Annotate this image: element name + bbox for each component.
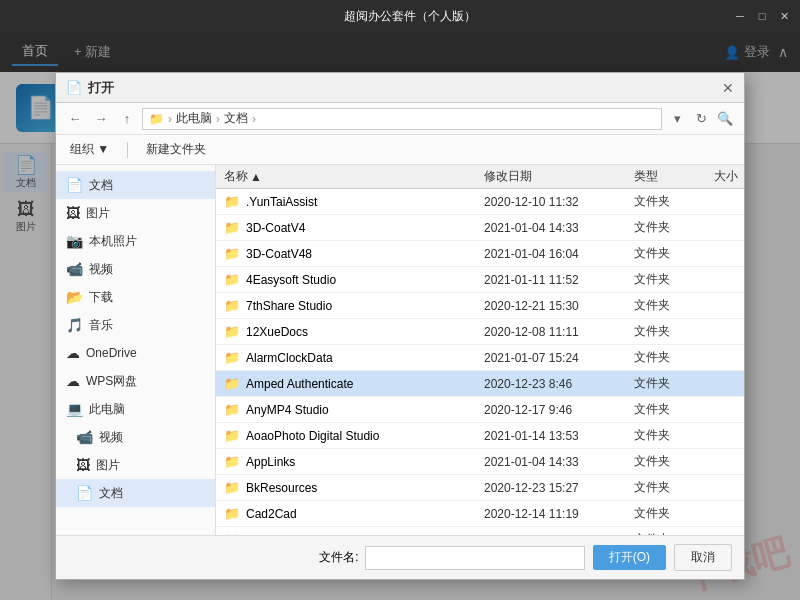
docs-icon: 📄 (66, 177, 83, 193)
panel-item-docs2[interactable]: 📄 文档 (56, 479, 215, 507)
file-list-body: 📁.YunTaiAssist2020-12-10 11:32文件夹📁3D-Coa… (216, 189, 744, 535)
table-row[interactable]: 📁3D-CoatV482021-01-04 16:04文件夹 (216, 241, 744, 267)
open-button[interactable]: 打开(O) (593, 545, 666, 570)
table-row[interactable]: 📁AoaoPhoto Digital Studio2021-01-14 13:5… (216, 423, 744, 449)
panel-item-pictures[interactable]: 🖼 图片 (56, 199, 215, 227)
col-name[interactable]: 名称 ▲ (216, 168, 476, 185)
computer-icon: 💻 (66, 401, 83, 417)
panel-item-wpsdisk[interactable]: ☁ WPS网盘 (56, 367, 215, 395)
breadcrumb-sep3: › (252, 112, 256, 126)
file-type: 文件夹 (626, 349, 706, 366)
table-row[interactable]: 📁3D-CoatV42021-01-04 14:33文件夹 (216, 215, 744, 241)
table-row[interactable]: 📁AlarmClockData2021-01-07 15:24文件夹 (216, 345, 744, 371)
refresh-button[interactable]: ↻ (690, 108, 712, 130)
cancel-button[interactable]: 取消 (674, 544, 732, 571)
file-name: AnyMP4 Studio (246, 403, 329, 417)
breadcrumb-documents[interactable]: 文档 (224, 110, 248, 127)
folder-icon: 📁 (224, 480, 240, 495)
panel-label-wpsdisk: WPS网盘 (86, 373, 137, 390)
file-name-input[interactable] (365, 546, 585, 570)
table-row[interactable]: 📁AnyMP4 Studio2020-12-17 9:46文件夹 (216, 397, 744, 423)
panel-item-video2[interactable]: 📹 视频 (56, 423, 215, 451)
panel-label-camera: 本机照片 (89, 233, 137, 250)
dialog-title-icon: 📄 (66, 80, 82, 95)
file-name: 3D-CoatV4 (246, 221, 305, 235)
file-name: 3D-CoatV48 (246, 247, 312, 261)
panel-item-music[interactable]: 🎵 音乐 (56, 311, 215, 339)
col-type[interactable]: 类型 (626, 168, 706, 185)
panel-item-computer[interactable]: 💻 此电脑 (56, 395, 215, 423)
table-row[interactable]: 📁.YunTaiAssist2020-12-10 11:32文件夹 (216, 189, 744, 215)
folder-icon: 📁 (224, 402, 240, 417)
file-date: 2020-12-14 11:19 (476, 507, 626, 521)
left-panel: 📄 文档 🖼 图片 📷 本机照片 📹 视频 (56, 165, 216, 535)
dialog-bottom: 文件名: 打开(O) 取消 (56, 535, 744, 579)
sort-icon: ▲ (250, 170, 262, 184)
dialog-overlay: 📄 打开 ✕ ← → ↑ 📁 › 此电脑 › 文档 › (0, 32, 800, 600)
file-date: 2021-01-11 11:52 (476, 273, 626, 287)
file-name-cell: 📁AppLinks (216, 454, 476, 469)
file-type: 文件夹 (626, 375, 706, 392)
forward-button[interactable]: → (90, 108, 112, 130)
panel-label-documents: 文档 (89, 177, 113, 194)
col-size[interactable]: 大小 (706, 168, 744, 185)
address-bar: ← → ↑ 📁 › 此电脑 › 文档 › ▾ ↻ 🔍 (56, 103, 744, 135)
window-title: 超阅办公套件（个人版） (88, 8, 732, 25)
organize-button[interactable]: 组织 ▼ (64, 138, 115, 161)
folder-icon: 📁 (224, 246, 240, 261)
table-row[interactable]: 📁CADEditorX 142020-12-30 15:41文件夹 (216, 527, 744, 535)
panel-item-pics2[interactable]: 🖼 图片 (56, 451, 215, 479)
file-date: 2021-01-07 15:24 (476, 351, 626, 365)
table-row[interactable]: 📁7thShare Studio2020-12-21 15:30文件夹 (216, 293, 744, 319)
file-date: 2021-01-04 14:33 (476, 221, 626, 235)
table-row[interactable]: 📁Amped Authenticate2020-12-23 8:46文件夹 (216, 371, 744, 397)
panel-item-documents[interactable]: 📄 文档 (56, 171, 215, 199)
panel-item-downloads[interactable]: 📂 下载 (56, 283, 215, 311)
table-row[interactable]: 📁BkResources2020-12-23 15:27文件夹 (216, 475, 744, 501)
table-row[interactable]: 📁AppLinks2021-01-04 14:33文件夹 (216, 449, 744, 475)
file-name: AlarmClockData (246, 351, 333, 365)
file-name: AppLinks (246, 455, 295, 469)
file-name: AoaoPhoto Digital Studio (246, 429, 379, 443)
file-name-cell: 📁.YunTaiAssist (216, 194, 476, 209)
file-date: 2020-12-23 15:27 (476, 481, 626, 495)
folder-icon: 📁 (224, 324, 240, 339)
file-name-cell: 📁AoaoPhoto Digital Studio (216, 428, 476, 443)
table-row[interactable]: 📁4Easysoft Studio2021-01-11 11:52文件夹 (216, 267, 744, 293)
cloud-icon: ☁ (66, 345, 80, 361)
search-icon[interactable]: 🔍 (714, 108, 736, 130)
file-date: 2020-12-08 11:11 (476, 325, 626, 339)
panel-label-downloads: 下载 (89, 289, 113, 306)
file-name-cell: 📁3D-CoatV48 (216, 246, 476, 261)
file-name: 7thShare Studio (246, 299, 332, 313)
file-name: BkResources (246, 481, 317, 495)
file-date: 2020-12-21 15:30 (476, 299, 626, 313)
col-date[interactable]: 修改日期 (476, 168, 626, 185)
breadcrumb-computer: 📁 (149, 112, 164, 126)
panel-item-video[interactable]: 📹 视频 (56, 255, 215, 283)
breadcrumb-root[interactable]: 此电脑 (176, 110, 212, 127)
panel-item-onedrive[interactable]: ☁ OneDrive (56, 339, 215, 367)
address-breadcrumb[interactable]: 📁 › 此电脑 › 文档 › (142, 108, 662, 130)
filename-row: 文件名: (319, 546, 584, 570)
back-button[interactable]: ← (64, 108, 86, 130)
panel-label-video2: 视频 (99, 429, 123, 446)
folder-icon: 📁 (224, 506, 240, 521)
minimize-button[interactable]: ─ (732, 8, 748, 24)
new-folder-button[interactable]: 新建文件夹 (140, 138, 212, 161)
up-button[interactable]: ↑ (116, 108, 138, 130)
table-row[interactable]: 📁Cad2Cad2020-12-14 11:19文件夹 (216, 501, 744, 527)
dialog-close-button[interactable]: ✕ (722, 80, 734, 96)
panel-item-camera[interactable]: 📷 本机照片 (56, 227, 215, 255)
file-date: 2021-01-04 16:04 (476, 247, 626, 261)
dropdown-button[interactable]: ▾ (666, 108, 688, 130)
file-type: 文件夹 (626, 219, 706, 236)
folder-icon: 📁 (224, 298, 240, 313)
file-name-cell: 📁AnyMP4 Studio (216, 402, 476, 417)
close-button[interactable]: ✕ (776, 8, 792, 24)
maximize-button[interactable]: □ (754, 8, 770, 24)
address-actions: ▾ ↻ 🔍 (666, 108, 736, 130)
folder-icon: 📁 (224, 350, 240, 365)
table-row[interactable]: 📁12XueDocs2020-12-08 11:11文件夹 (216, 319, 744, 345)
panel-label-onedrive: OneDrive (86, 346, 137, 360)
